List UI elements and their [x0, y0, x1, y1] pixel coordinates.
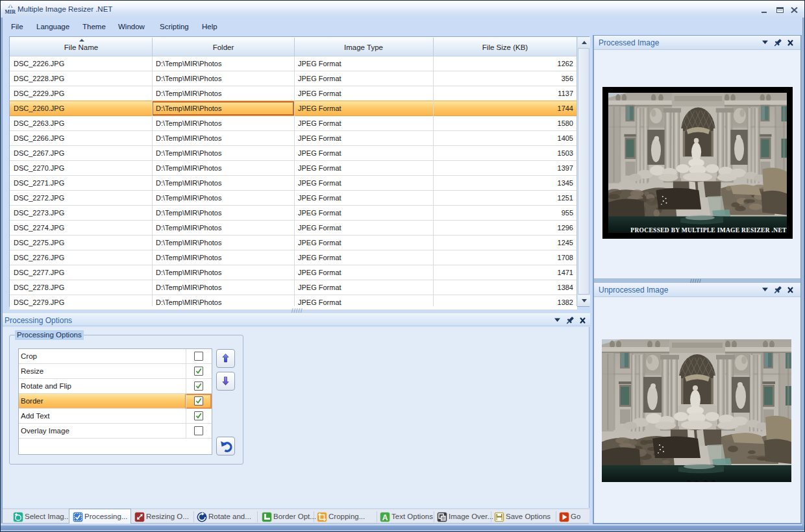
- svg-text:A: A: [382, 513, 388, 522]
- svg-text:MIR: MIR: [5, 9, 16, 15]
